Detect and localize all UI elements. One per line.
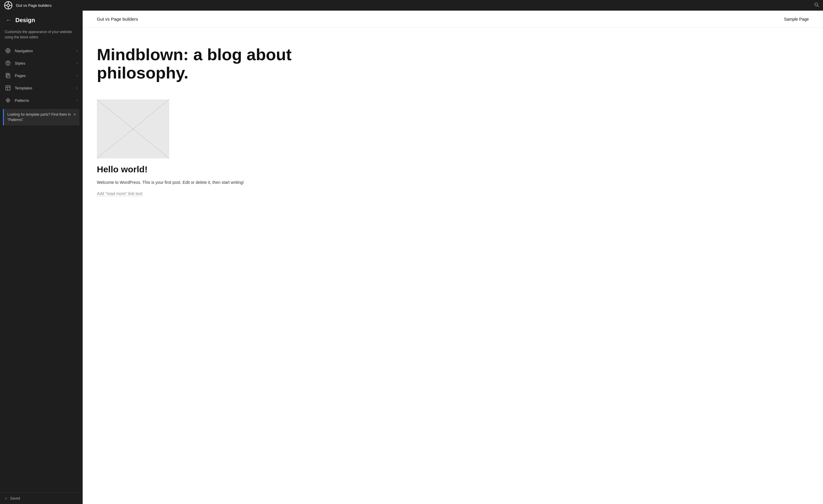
back-button[interactable]: ← [5, 16, 12, 24]
search-icon[interactable] [814, 2, 819, 8]
saved-label: Saved [10, 496, 20, 500]
top-bar: Gut vs Page builders [0, 0, 823, 11]
post-image-placeholder [97, 99, 169, 159]
sidebar-item-templates[interactable]: Templates › [0, 82, 83, 94]
website-content: Mindblown: a blog about philosophy. Hell… [83, 28, 348, 214]
sidebar-title: Design [15, 17, 35, 24]
blog-title: Mindblown: a blog about philosophy. [97, 45, 334, 82]
notification-banner: Looking for template parts? Find them in… [3, 109, 79, 125]
templates-icon [5, 85, 11, 91]
post-title: Hello world! [97, 164, 334, 174]
nav-item-pages-label: Pages [15, 73, 76, 78]
navigation-icon [5, 47, 11, 54]
chevron-right-icon-4: › [76, 86, 78, 90]
read-more-link[interactable]: Add "read more" link text [97, 191, 142, 196]
sidebar-item-pages[interactable]: Pages › [0, 69, 83, 82]
nav-item-styles-label: Styles [15, 61, 76, 65]
sidebar-item-patterns[interactable]: Patterns › [0, 94, 83, 106]
chevron-right-icon: › [76, 49, 78, 53]
sidebar-item-navigation[interactable]: Navigation › [0, 44, 83, 57]
sidebar-footer: ✓ Saved [0, 493, 83, 504]
post-excerpt: Welcome to WordPress. This is your first… [97, 179, 334, 186]
website-site-title: Gut vs Page builders [97, 17, 138, 22]
website-nav-link[interactable]: Sample Page [784, 17, 809, 22]
svg-line-7 [817, 6, 819, 7]
website-header: Gut vs Page builders Sample Page [83, 11, 823, 28]
website-preview[interactable]: Gut vs Page builders Sample Page Mindblo… [83, 11, 823, 504]
svg-point-9 [7, 50, 9, 52]
chevron-right-icon-2: › [76, 61, 78, 65]
svg-rect-19 [6, 86, 10, 90]
sidebar-description: Customize the appearance of your website… [0, 27, 83, 44]
nav-item-templates-label: Templates [15, 86, 76, 90]
notification-text: Looking for template parts? Find them in… [7, 112, 71, 122]
styles-icon [5, 60, 11, 66]
sidebar-header: ← Design [0, 11, 83, 27]
sidebar-item-styles[interactable]: Styles › [0, 57, 83, 69]
patterns-icon [5, 97, 11, 103]
notification-close-button[interactable]: × [73, 112, 76, 117]
chevron-right-icon-5: › [76, 98, 78, 102]
chevron-right-icon-3: › [76, 73, 78, 78]
nav-item-navigation-label: Navigation [15, 49, 76, 53]
sidebar: ← Design Customize the appearance of you… [0, 0, 83, 504]
nav-item-patterns-label: Patterns [15, 98, 76, 103]
pages-icon [5, 72, 11, 79]
svg-point-1 [7, 4, 9, 6]
saved-check-icon: ✓ [5, 496, 8, 500]
wordpress-logo [4, 1, 12, 9]
top-bar-site-title: Gut vs Page builders [16, 3, 814, 8]
main-preview: Gut vs Page builders Sample Page Mindblo… [83, 0, 823, 504]
